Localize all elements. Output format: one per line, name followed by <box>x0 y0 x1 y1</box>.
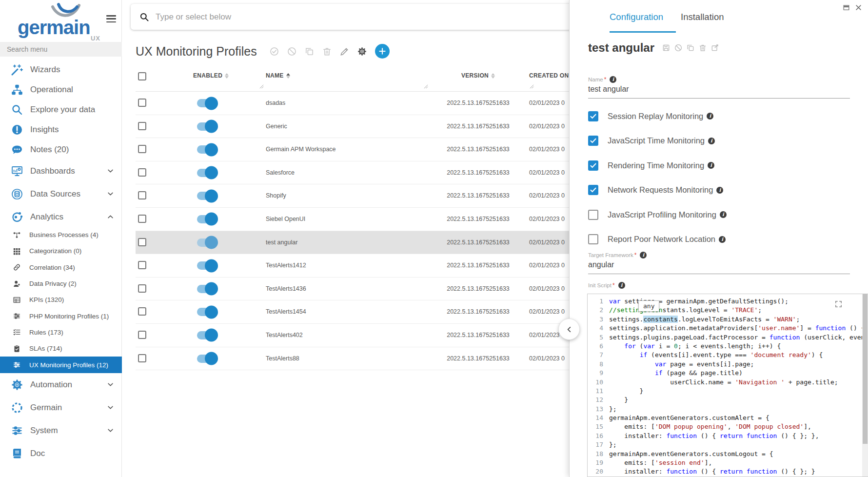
sidebar-item-correlation-34-[interactable]: Correlation (34) <box>0 259 122 276</box>
column-resize-handle[interactable] <box>423 84 429 89</box>
name-field[interactable]: Name* test angular <box>588 76 850 99</box>
trash-button[interactable] <box>699 44 707 52</box>
target-framework-field[interactable]: Target Framework* angular <box>588 252 850 274</box>
select-all-checkbox[interactable] <box>138 72 146 80</box>
save-button[interactable] <box>662 44 670 52</box>
row-checkbox[interactable] <box>138 122 146 130</box>
enabled-toggle[interactable] <box>197 99 217 107</box>
enabled-toggle[interactable] <box>197 355 217 363</box>
init-script-editor[interactable]: 1var settings = germainApm.getDefaultSet… <box>587 294 868 477</box>
scrollbar-thumb[interactable] <box>863 294 868 444</box>
toggle-knob <box>205 97 218 110</box>
enabled-toggle[interactable] <box>197 215 217 223</box>
row-checkbox[interactable] <box>138 261 146 269</box>
sidebar-search-input[interactable]: Search menu <box>0 42 122 57</box>
menu-toggle-button[interactable] <box>106 15 116 22</box>
sidebar-item-operational[interactable]: Operational <box>0 80 122 99</box>
table-row[interactable]: TestAlerts882022.5.13.167525163302/01/20… <box>136 347 633 371</box>
column-header-enabled[interactable]: ENABLED <box>193 72 229 79</box>
row-checkbox[interactable] <box>138 238 146 246</box>
sidebar-item-rules-173-[interactable]: Rules (173) <box>0 324 122 340</box>
sidebar-item-data-privacy-2-[interactable]: Data Privacy (2) <box>0 276 122 292</box>
table-row[interactable]: Shopify2022.5.13.167525163302/01/2023 0 <box>136 184 633 208</box>
editor-scrollbar[interactable] <box>862 294 868 477</box>
tab-configuration[interactable]: Configuration <box>610 12 663 22</box>
panel-collapse-button[interactable] <box>558 318 580 340</box>
pencil-button[interactable] <box>340 47 349 56</box>
sidebar-item-php-monitoring-profiles-1-[interactable]: PHP Monitoring Profiles (1) <box>0 308 122 324</box>
enabled-toggle[interactable] <box>197 238 217 247</box>
table-row[interactable]: Germain APM Workspace2022.5.13.167525163… <box>136 138 633 161</box>
check-circle-button[interactable] <box>270 47 279 56</box>
enabled-toggle[interactable] <box>197 261 217 270</box>
sidebar-item-analytics[interactable]: Analytics <box>0 205 122 228</box>
table-row[interactable]: Salesforce2022.5.13.167525163302/01/2023… <box>136 161 633 185</box>
table-row[interactable]: Siebel OpenUI2022.5.13.167525163302/01/2… <box>136 208 633 231</box>
sidebar-item-slas-714-[interactable]: SLAs (714) <box>0 340 122 357</box>
table-row[interactable]: Generic2022.5.13.167525163302/01/2023 0 <box>136 115 633 139</box>
sidebar-item-notes-20-[interactable]: Notes (20) <box>0 139 122 159</box>
trash-button[interactable] <box>322 47 332 56</box>
sidebar-item-categorization-0-[interactable]: Categorization (0) <box>0 243 122 259</box>
enabled-toggle[interactable] <box>197 331 217 339</box>
checkbox[interactable] <box>588 234 598 244</box>
sidebar-item-business-processes-4-[interactable]: Business Processes (4) <box>0 227 122 243</box>
sidebar-item-wizards[interactable]: Wizards <box>0 60 122 80</box>
checkbox[interactable] <box>588 111 598 121</box>
ban-button[interactable] <box>287 47 296 56</box>
row-checkbox[interactable] <box>138 145 146 153</box>
row-checkbox[interactable] <box>138 307 146 316</box>
enabled-toggle[interactable] <box>197 308 217 316</box>
plus-button[interactable] <box>375 44 390 59</box>
ban-button[interactable] <box>674 44 682 52</box>
enabled-toggle[interactable] <box>197 169 217 177</box>
enabled-toggle[interactable] <box>197 145 217 154</box>
sidebar-item-ux-monitoring-profiles-12-[interactable]: UX Monitoring Profiles (12) <box>0 357 122 373</box>
enabled-toggle[interactable] <box>197 285 217 293</box>
table-row[interactable]: TestAlerts14122022.5.13.167525163302/01/… <box>136 254 633 278</box>
table-row[interactable]: TestAlerts14362022.5.13.167525163302/01/… <box>136 278 633 301</box>
copy-button[interactable] <box>687 44 694 52</box>
fullscreen-icon[interactable] <box>834 300 843 308</box>
checkbox[interactable] <box>588 136 598 146</box>
table-row[interactable]: test angular2022.5.13.167525163302/01/20… <box>136 231 633 255</box>
column-header-name[interactable]: NAME <box>266 72 290 79</box>
sidebar-item-doc[interactable]: Doc <box>0 442 122 465</box>
row-checkbox[interactable] <box>138 331 146 339</box>
row-checkbox[interactable] <box>138 168 146 177</box>
sidebar-item-explore-your-data[interactable]: Explore your data <box>0 99 122 119</box>
sidebar-item-automation[interactable]: Automation <box>0 373 122 396</box>
target-framework-label: Target Framework* <box>588 252 850 258</box>
gear-button[interactable] <box>357 47 367 56</box>
enabled-toggle[interactable] <box>197 122 217 131</box>
sidebar-item-insights[interactable]: Insights <box>0 119 122 139</box>
row-checkbox[interactable] <box>138 215 146 223</box>
enabled-toggle[interactable] <box>197 192 217 200</box>
checkbox[interactable] <box>588 160 598 171</box>
sidebar-item-system[interactable]: System <box>0 419 122 442</box>
row-checkbox[interactable] <box>138 99 146 107</box>
sidebar-item-data-sources[interactable]: Data Sources <box>0 182 122 205</box>
column-header-created[interactable]: CREATED ON <box>529 72 569 79</box>
column-resize-handle[interactable] <box>259 84 264 89</box>
sidebar-item-kpis-1320-[interactable]: KPIs (1320) <box>0 292 122 308</box>
line-number: 2 <box>588 306 609 315</box>
table-row[interactable]: dsadas2022.5.13.167525163302/01/2023 0 <box>136 92 633 115</box>
row-checkbox[interactable] <box>138 284 146 293</box>
column-resize-handle[interactable] <box>529 84 534 89</box>
checkbox[interactable] <box>588 210 598 220</box>
monitor-icon <box>11 165 23 177</box>
row-checkbox[interactable] <box>138 191 146 199</box>
edit-square-button[interactable] <box>711 44 719 52</box>
close-icon[interactable] <box>855 4 862 11</box>
copy-button[interactable] <box>305 47 314 56</box>
tab-installation[interactable]: Installation <box>681 12 724 22</box>
row-checkbox[interactable] <box>138 354 146 362</box>
column-header-version[interactable]: VERSION <box>423 72 533 79</box>
sidebar-item-dashboards[interactable]: Dashboards <box>0 159 122 182</box>
checkbox[interactable] <box>588 185 598 195</box>
sidebar-item-germain[interactable]: Germain <box>0 396 122 419</box>
maximize-icon[interactable] <box>843 4 850 11</box>
table-row[interactable]: TestAlerts14542022.5.13.167525163302/01/… <box>136 300 633 324</box>
sitemap-icon <box>11 84 23 96</box>
